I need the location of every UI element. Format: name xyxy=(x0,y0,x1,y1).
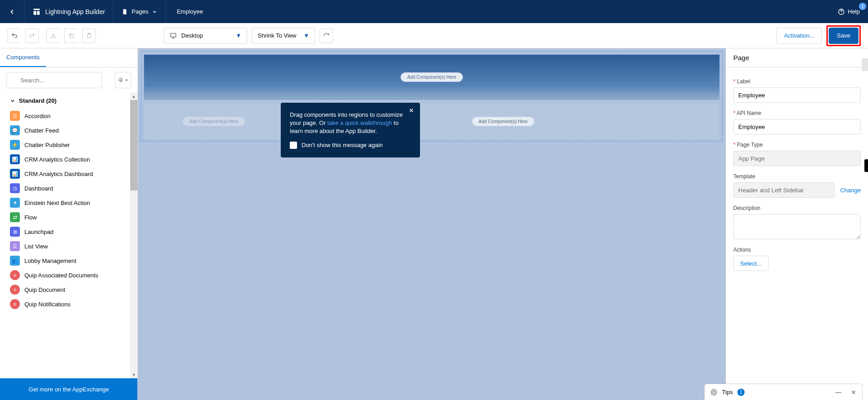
intro-popover: Drag components into regions to customiz… xyxy=(281,103,420,157)
undo-button[interactable] xyxy=(7,29,21,43)
dont-show-checkbox[interactable] xyxy=(290,142,297,149)
svg-point-11 xyxy=(120,79,122,81)
gear-icon xyxy=(118,77,124,83)
description-label: Description xyxy=(733,205,861,211)
component-quip-docs[interactable]: ≡Quip Associated Documents xyxy=(0,268,137,282)
device-select[interactable]: Desktop ▼ xyxy=(164,28,247,44)
paste-button[interactable] xyxy=(82,29,96,43)
scroll-down-button[interactable]: ▼ xyxy=(130,371,137,378)
caret-down-icon: ▼ xyxy=(303,32,309,39)
list-view-icon: ☰ xyxy=(10,241,20,251)
components-panel: Components ▼ Standard (20) ☰Accordion 💬C… xyxy=(0,48,138,400)
question-icon xyxy=(838,8,845,15)
help-button[interactable]: Help 1 xyxy=(830,0,868,23)
refresh-button[interactable] xyxy=(320,29,333,43)
component-dashboard[interactable]: ◷Dashboard xyxy=(0,181,137,195)
page-icon xyxy=(122,9,128,15)
scroll-up-button[interactable]: ▲ xyxy=(130,93,137,100)
caret-down-icon: ▼ xyxy=(236,32,241,39)
pages-dropdown[interactable]: Pages xyxy=(113,0,166,23)
chevron-down-icon xyxy=(10,98,15,104)
einstein-icon: ✦ xyxy=(10,198,20,208)
component-crm-dashboard[interactable]: 📊CRM Analytics Dashboard xyxy=(0,167,137,181)
current-page-name: Employee xyxy=(166,0,211,23)
api-name-input[interactable] xyxy=(733,119,861,134)
description-input[interactable] xyxy=(733,214,861,239)
cut-icon xyxy=(50,33,57,39)
tips-icon xyxy=(710,389,717,396)
left-tabs: Components xyxy=(0,48,137,67)
settings-button[interactable]: ▼ xyxy=(115,72,131,88)
components-list: Standard (20) ☰Accordion 💬Chatter Feed ⚡… xyxy=(0,93,137,378)
analytics-collection-icon: 📊 xyxy=(10,154,20,164)
desktop-icon xyxy=(170,32,177,39)
dont-show-label: Don't show this message again xyxy=(302,141,383,149)
help-badge: 1 xyxy=(859,3,866,10)
close-icon xyxy=(408,107,415,114)
refresh-icon xyxy=(323,33,330,39)
component-chatter-feed[interactable]: 💬Chatter Feed xyxy=(0,123,137,138)
redo-icon xyxy=(28,32,36,39)
svg-rect-9 xyxy=(170,33,176,37)
save-button[interactable]: Save xyxy=(829,28,859,44)
svg-rect-1 xyxy=(33,11,36,14)
component-lobby[interactable]: 👥Lobby Management xyxy=(0,253,137,268)
main-layout: Components ▼ Standard (20) ☰Accordion 💬C… xyxy=(0,48,868,400)
close-button[interactable] xyxy=(408,107,415,114)
canvas-header-region[interactable]: Add Component(s) Here xyxy=(144,54,720,100)
dashboard-icon: ◷ xyxy=(10,183,20,193)
device-label: Desktop xyxy=(181,32,203,39)
walkthrough-link[interactable]: take a quick walkthrough xyxy=(327,119,392,126)
select-actions-button[interactable]: Select... xyxy=(733,256,769,271)
section-standard[interactable]: Standard (20) xyxy=(0,93,137,109)
app-header: Lightning App Builder Pages Employee Hel… xyxy=(0,0,868,23)
component-quip-notifications[interactable]: ≡Quip Notifications xyxy=(0,297,137,311)
add-component-pill: Add Component(s) Here xyxy=(183,117,245,126)
side-handle[interactable] xyxy=(864,159,868,172)
app-title: Lightning App Builder xyxy=(45,8,105,15)
component-chatter-publisher[interactable]: ⚡Chatter Publisher xyxy=(0,138,137,152)
zoom-select[interactable]: Shrink To View ▼ xyxy=(252,28,315,44)
flow-icon: ⇄ xyxy=(10,212,20,222)
svg-point-13 xyxy=(712,391,715,393)
quip-icon: ≡ xyxy=(10,270,20,280)
redo-button[interactable] xyxy=(25,29,39,43)
cut-button[interactable] xyxy=(46,29,60,43)
component-flow[interactable]: ⇄Flow xyxy=(0,210,137,224)
component-list-view[interactable]: ☰List View xyxy=(0,239,137,253)
component-accordion[interactable]: ☰Accordion xyxy=(0,109,137,123)
header-spacer xyxy=(211,0,830,23)
component-einstein[interactable]: ✦Einstein Next Best Action xyxy=(0,195,137,210)
tips-bar[interactable]: Tips 1 — xyxy=(704,384,863,400)
api-name-label: API Name xyxy=(733,110,861,116)
label-input[interactable] xyxy=(733,87,861,103)
collapse-handle[interactable] xyxy=(862,58,868,71)
canvas-frame: Add Component(s) Here Add Component(s) H… xyxy=(141,51,723,142)
appexchange-link[interactable]: Get more on the AppExchange xyxy=(0,378,137,400)
copy-button[interactable] xyxy=(64,29,78,43)
minimize-button[interactable]: — xyxy=(835,389,841,395)
properties-form: Label API Name Page Type Template Change… xyxy=(726,67,868,277)
tab-components[interactable]: Components xyxy=(0,48,46,67)
copy-icon xyxy=(68,33,75,39)
canvas-columns: Add Component(s) Here Add Component(s) H… xyxy=(144,103,720,139)
canvas-left-region[interactable]: Add Component(s) Here xyxy=(144,103,284,139)
chatter-feed-icon: 💬 xyxy=(10,125,20,135)
arrow-left-icon xyxy=(8,8,16,16)
search-input[interactable] xyxy=(6,72,102,88)
app-icon xyxy=(33,8,41,16)
back-button[interactable] xyxy=(0,0,24,23)
scrollbar-thumb[interactable] xyxy=(130,100,137,190)
help-label: Help xyxy=(848,8,860,15)
tips-count-badge: 1 xyxy=(737,389,745,396)
component-launchpad[interactable]: ⊞Launchpad xyxy=(0,224,137,239)
activation-button[interactable]: Activation... xyxy=(776,28,822,44)
component-crm-collection[interactable]: 📊CRM Analytics Collection xyxy=(0,152,137,167)
close-tips-button[interactable] xyxy=(850,389,857,395)
component-quip-document[interactable]: ≡Quip Document xyxy=(0,282,137,297)
accordion-icon: ☰ xyxy=(10,111,20,121)
paste-icon xyxy=(86,33,92,39)
change-template-link[interactable]: Change xyxy=(840,187,861,194)
add-component-pill: Add Component(s) Here xyxy=(472,117,534,126)
svg-rect-0 xyxy=(33,9,40,10)
